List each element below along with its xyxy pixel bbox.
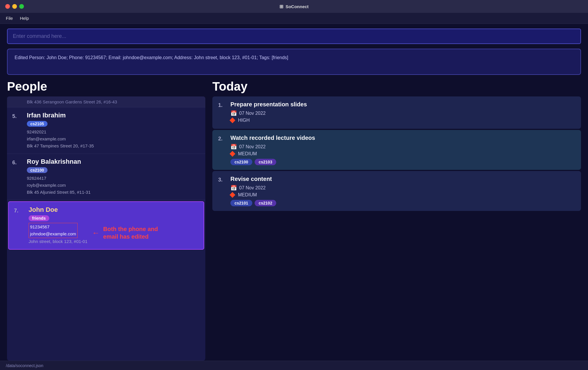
person-name-7: John Doe [29,206,198,214]
status-text: /data/soconnect.json [6,363,43,368]
person-name-5: Irfan Ibrahim [27,112,200,119]
people-list[interactable]: Blk 436 Serangoon Gardens Street 26, #16… [7,96,205,361]
person-number-6: 6. [12,160,21,166]
annotation-area: ← Both the phone andemail has edited [92,225,158,240]
menu-bar: File Help [0,13,588,24]
task-tag-cs2100: cs2100 [230,159,252,165]
person-phone-6: 92624417 [27,175,200,182]
app-icon: ⊞ [279,4,283,9]
priority-icon-2 [230,151,235,157]
task-title-1: Prepare presentation slides [230,101,575,108]
person-address-6: Blk 45 Aljunied Street 85, #11-31 [27,189,200,196]
today-list[interactable]: 1. Prepare presentation slides 📅 07 Nov … [212,96,581,361]
person-tag-5: cs2105 [27,121,48,127]
arrow-icon: ← [92,228,100,237]
calendar-icon-3: 📅 [230,185,237,191]
person-item-6[interactable]: 6. Roy Balakrishnan cs2100 92624417 royb… [7,154,205,200]
task-content-2: Watch recorded lecture videos 📅 07 Nov 2… [230,135,575,165]
person-address-7: John street, block 123, #01-01 [29,238,88,245]
task-tag-cs2101: cs2101 [230,200,252,206]
task-tag-cs2102: cs2102 [255,200,276,206]
task-item-3[interactable]: 3. Revise content 📅 07 Nov 2022 MEDIUM c… [212,171,581,211]
person-name-6: Roy Balakrishnan [27,158,200,165]
priority-icon-3 [230,192,235,198]
person-tag-7: friends [29,215,49,221]
task-number-1: 1. [218,102,225,108]
task-title-3: Revise content [230,176,575,182]
task-tags-3: cs2101 cs2102 [230,200,575,206]
person-info-7: John Doe friends 91234567 johndoe@exampl… [29,206,198,245]
main-content: People Blk 436 Serangoon Gardens Street … [0,80,588,361]
person-phone-7: 91234567 [30,223,76,230]
person-item-7[interactable]: 7. John Doe friends 91234567 johndoe@exa… [8,201,204,250]
menu-help[interactable]: Help [20,16,29,21]
task-item-1[interactable]: 1. Prepare presentation slides 📅 07 Nov … [212,96,581,129]
task-content-1: Prepare presentation slides 📅 07 Nov 202… [230,101,575,124]
task-number-2: 2. [218,136,225,142]
task-title-2: Watch recorded lecture videos [230,135,575,141]
person-phone-5: 92492021 [27,128,200,135]
annotation-text: Both the phone andemail has edited [103,225,158,240]
output-text: Edited Person: John Doe; Phone: 91234567… [15,55,288,60]
person-info-6: Roy Balakrishnan cs2100 92624417 royb@ex… [27,158,200,196]
task-date-2: 📅 07 Nov 2022 [230,144,575,150]
command-input[interactable] [7,29,581,44]
task-number-3: 3. [218,177,225,183]
task-priority-1: HIGH [230,118,575,123]
command-area [0,24,588,46]
task-item-2[interactable]: 2. Watch recorded lecture videos 📅 07 No… [212,130,581,170]
person-email-7: johndoe@example.com [30,230,76,237]
close-button[interactable] [5,4,10,9]
task-tags-2: cs2100 cs2103 [230,159,575,165]
menu-file[interactable]: File [6,16,13,21]
task-priority-2: MEDIUM [230,151,575,156]
title-bar: ⊞ SoConnect [0,0,588,13]
person-tag-6: cs2100 [27,167,48,173]
maximize-button[interactable] [19,4,24,9]
person-item-5[interactable]: 5. Irfan Ibrahim cs2105 92492021 irfan@e… [7,108,205,154]
people-title: People [7,80,205,94]
person-number-5: 5. [12,113,21,119]
calendar-icon-1: 📅 [230,110,237,117]
output-box: Edited Person: John Doe; Phone: 91234567… [7,49,581,75]
partial-address-row: Blk 436 Serangoon Gardens Street 26, #16… [7,96,205,108]
person-address-5: Blk 47 Tampines Street 20, #17-35 [27,142,200,149]
calendar-icon-2: 📅 [230,144,237,150]
minimize-button[interactable] [12,4,17,9]
person-info-5: Irfan Ibrahim cs2105 92492021 irfan@exam… [27,112,200,149]
people-panel: People Blk 436 Serangoon Gardens Street … [7,80,205,361]
task-priority-3: MEDIUM [230,192,575,198]
task-date-1: 📅 07 Nov 2022 [230,110,575,117]
task-tag-cs2103: cs2103 [255,159,276,165]
traffic-lights [5,4,24,9]
person-number-7: 7. [14,208,23,214]
person-email-5: irfan@example.com [27,135,200,142]
task-date-3: 📅 07 Nov 2022 [230,185,575,191]
person-email-6: royb@example.com [27,182,200,189]
today-panel: Today 1. Prepare presentation slides 📅 0… [212,80,581,361]
today-title: Today [212,80,581,94]
task-content-3: Revise content 📅 07 Nov 2022 MEDIUM cs21… [230,176,575,206]
window-title: ⊞ SoConnect [279,4,309,9]
priority-icon-1 [230,117,235,123]
status-bar: /data/soconnect.json [0,361,588,370]
